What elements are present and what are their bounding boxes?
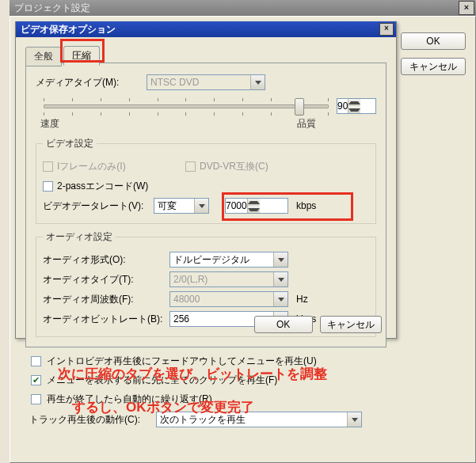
inner-cancel-button[interactable]: キャンセル <box>320 316 382 333</box>
inner-body: 全般 圧縮 メディアタイプ(M): NTSC DVD <box>16 37 396 338</box>
label-quality: 品質 <box>297 117 316 131</box>
label-play-clips: メニューを表示する前に先に全てのクリップを再生(F) <box>45 374 277 387</box>
outer-ok-button[interactable]: OK <box>401 32 466 50</box>
row-video-datarate: ビデオデータレート(V): 可変 7000 <box>43 197 369 214</box>
check-icon: ✔ <box>32 376 40 385</box>
combo-audio-format[interactable]: ドルビーデジタル <box>169 252 288 268</box>
checkbox-iframe <box>43 161 53 172</box>
inner-ok-button[interactable]: OK <box>254 316 313 333</box>
inner-close-button[interactable]: × <box>379 23 394 36</box>
outer-titlebar: プロジェクト設定 × <box>10 0 476 16</box>
label-dvdvr: DVD-VR互換(C) <box>200 160 268 173</box>
slider-end-labels: 速度 品質 <box>40 117 371 131</box>
outer-title-text: プロジェクト設定 <box>14 2 90 13</box>
tab-panel-compress: メディアタイプ(M): NTSC DVD <box>25 63 387 347</box>
row-iframe-dvdvr: Iフレームのみ(I) DVD-VR互換(C) <box>43 157 369 175</box>
tab-strip: 全般 圧縮 <box>25 45 387 63</box>
tab-general[interactable]: 全般 <box>25 47 62 66</box>
legend-audio-settings: オーディオ設定 <box>43 230 116 244</box>
checkbox-play-clips[interactable]: ✔ <box>31 375 41 385</box>
audio-frequency-drop-icon <box>273 292 288 306</box>
inner-button-group: OK キャンセル <box>249 316 382 333</box>
checkbox-twopass[interactable] <box>43 181 53 192</box>
window-root: プロジェクト設定 × OK キャンセル ビデオ保存オプション × 全般 圧縮 <box>0 0 476 463</box>
audio-frequency-value: 48000 <box>170 294 273 305</box>
outer-cancel-button[interactable]: キャンセル <box>401 58 466 75</box>
label-video-datarate: ビデオデータレート(V): <box>43 199 154 213</box>
datarate-mode-drop-icon[interactable] <box>194 199 208 213</box>
inner-titlebar: ビデオ保存オプション × <box>16 21 396 37</box>
video-datarate-unit: kbps <box>296 200 316 211</box>
label-intro-fade: イントロビデオ再生後にフェードアウトしてメニューを再生(U) <box>45 355 317 368</box>
row-twopass: 2-passエンコード(W) <box>43 177 369 195</box>
inner-title-text: ビデオ保存オプション <box>21 24 116 35</box>
quality-spinner[interactable]: 90 <box>337 98 376 114</box>
audio-format-drop-icon[interactable] <box>273 252 288 267</box>
outer-close-button[interactable]: × <box>459 1 474 15</box>
label-media-type: メディアタイプ(M): <box>36 76 147 89</box>
tab-compress[interactable]: 圧縮 <box>63 46 100 66</box>
row-audio-type: オーディオタイプ(T): 2/0(L,R) <box>43 271 369 288</box>
row-opt-play-clips: ✔ メニューを表示する前に先に全てのクリップを再生(F) <box>29 371 466 389</box>
legend-video-settings: ビデオ設定 <box>43 137 97 150</box>
quality-slider[interactable] <box>44 98 329 114</box>
audio-frequency-unit: Hz <box>296 294 308 305</box>
row-audio-format: オーディオ形式(O): ドルビーデジタル <box>43 251 369 268</box>
audio-type-drop-icon <box>273 272 288 287</box>
label-track-after: トラック再生後の動作(C): <box>29 413 156 427</box>
group-video-settings: ビデオ設定 Iフレームのみ(I) DVD-VR互換(C) <box>36 137 376 224</box>
label-iframe: Iフレームのみ(I) <box>57 160 126 173</box>
checkbox-repeat[interactable] <box>31 394 41 404</box>
track-after-drop-icon[interactable] <box>347 412 361 427</box>
outer-button-group: OK キャンセル <box>396 32 466 75</box>
checkbox-dvdvr <box>185 161 196 172</box>
label-speed: 速度 <box>40 117 59 131</box>
label-audio-format: オーディオ形式(O): <box>43 253 169 267</box>
audio-type-value: 2/0(L,R) <box>170 274 273 285</box>
row-quality-slider: 90 <box>36 97 376 115</box>
video-save-options-dialog: ビデオ保存オプション × 全般 圧縮 メディアタイプ(M): NTSC DVD <box>15 21 397 339</box>
combo-track-after[interactable]: 次のトラックを再生 <box>156 412 362 427</box>
datarate-mode-value: 可変 <box>154 199 194 213</box>
media-type-drop-icon <box>250 75 265 89</box>
quality-value: 90 <box>337 101 348 112</box>
label-audio-frequency: オーディオ周波数(F): <box>43 293 169 306</box>
row-opt-intro-fade: イントロビデオ再生後にフェードアウトしてメニューを再生(U) <box>29 352 466 370</box>
quality-slider-thumb[interactable] <box>295 98 304 116</box>
row-track-after: トラック再生後の動作(C): 次のトラックを再生 <box>29 411 466 428</box>
track-after-value: 次のトラックを再生 <box>157 413 347 427</box>
lower-options: イントロビデオ再生後にフェードアウトしてメニューを再生(U) ✔ メニューを表示… <box>29 351 466 430</box>
combo-datarate-mode[interactable]: 可変 <box>154 198 209 214</box>
video-datarate-spinner[interactable]: 7000 <box>225 198 288 214</box>
label-twopass: 2-passエンコード(W) <box>57 180 148 193</box>
row-audio-frequency: オーディオ周波数(F): 48000 Hz <box>43 290 369 308</box>
combo-audio-frequency: 48000 <box>169 291 288 307</box>
audio-format-value: ドルビーデジタル <box>170 253 273 267</box>
video-datarate-value: 7000 <box>226 200 247 211</box>
label-repeat: 再生が終了したら自動的に繰り返す(R) <box>45 393 212 406</box>
media-type-value: NTSC DVD <box>147 77 250 88</box>
row-media-type: メディアタイプ(M): NTSC DVD <box>36 74 376 91</box>
outer-body: OK キャンセル ビデオ保存オプション × 全般 圧縮 メディアタイプ(M): <box>10 16 476 463</box>
quality-spin-buttons[interactable] <box>348 99 360 113</box>
checkbox-intro-fade[interactable] <box>31 356 41 366</box>
label-audio-type: オーディオタイプ(T): <box>43 273 169 287</box>
combo-audio-type: 2/0(L,R) <box>169 271 288 287</box>
row-opt-repeat: 再生が終了したら自動的に繰り返す(R) <box>29 390 466 408</box>
combo-media-type: NTSC DVD <box>147 74 265 90</box>
video-datarate-spin[interactable] <box>247 199 260 213</box>
label-audio-bitrate: オーディオビットレート(B): <box>43 313 169 326</box>
